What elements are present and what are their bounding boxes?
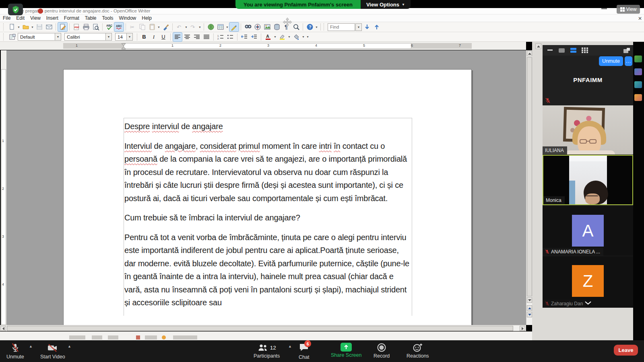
menu-file[interactable]: File [0, 14, 13, 22]
save-button[interactable] [35, 23, 44, 31]
font-name-select[interactable]: Calibri▼ [64, 33, 112, 41]
page-preview-button[interactable] [91, 23, 100, 31]
previous-page-button[interactable] [527, 305, 532, 311]
redo-dropdown-icon[interactable]: ▼ [198, 23, 202, 31]
redo-button[interactable]: ↷ [188, 23, 198, 31]
autospellcheck-button[interactable]: ABC [114, 23, 124, 31]
print-button[interactable] [81, 23, 91, 31]
desktop-icon[interactable] [634, 94, 642, 101]
record-button[interactable]: Record [374, 343, 390, 359]
data-sources-button[interactable] [272, 23, 281, 31]
minimize-icon[interactable] [601, 8, 607, 9]
undo-dropdown-icon[interactable]: ▼ [184, 23, 188, 31]
navigator-button[interactable] [253, 23, 262, 31]
paste-dropdown-icon[interactable]: ▼ [157, 23, 161, 31]
increase-indent-button[interactable] [250, 33, 258, 41]
view-button[interactable]: View [617, 5, 640, 14]
italic-button[interactable]: I [149, 33, 158, 41]
justify-button[interactable] [202, 33, 211, 41]
scroll-left-button[interactable] [0, 326, 6, 331]
paragraph-style-select[interactable]: Default▼ [18, 33, 61, 41]
copy-button[interactable] [138, 23, 147, 31]
table-dropdown-icon[interactable]: ▼ [225, 23, 229, 31]
menu-window[interactable]: Window [116, 14, 139, 22]
participant-video-tile-active[interactable]: Monica [543, 155, 633, 205]
video-options-chevron[interactable]: ▲ [68, 344, 71, 348]
menu-format[interactable]: Format [61, 14, 82, 22]
draw-functions-button[interactable] [229, 23, 239, 31]
share-screen-button[interactable]: Share Screen [331, 343, 361, 358]
font-color-dropdown-icon[interactable]: ▼ [273, 33, 277, 41]
bold-button[interactable]: B [140, 33, 149, 41]
formatting-overflow-icon[interactable]: ▼ [306, 33, 310, 41]
menu-tools[interactable]: Tools [99, 14, 116, 22]
desktop-icon[interactable] [634, 68, 642, 75]
email-button[interactable] [44, 23, 54, 31]
table-button[interactable] [216, 23, 225, 31]
mic-options-chevron[interactable]: ▲ [29, 344, 33, 348]
align-left-button[interactable] [173, 33, 182, 41]
scroll-down-button[interactable] [527, 297, 532, 303]
view-options-button[interactable]: View Options▼ [361, 0, 411, 9]
find-replace-button[interactable] [243, 23, 252, 31]
horizontal-scrollbar[interactable] [0, 325, 526, 331]
document-close-icon[interactable]: ✕ [637, 16, 643, 21]
next-page-button[interactable] [527, 312, 532, 317]
strip-view-icon[interactable] [570, 47, 576, 53]
numbered-list-button[interactable]: 1.2. [216, 33, 225, 41]
spellcheck-button[interactable]: ABC [105, 23, 114, 31]
desktop-icon[interactable] [634, 56, 642, 62]
highlighting-button[interactable] [278, 33, 287, 41]
menu-table[interactable]: Table [82, 14, 99, 22]
horizontal-ruler[interactable]: 11234567 [0, 42, 526, 50]
background-color-dropdown-icon[interactable]: ▼ [301, 33, 305, 41]
panel-minimize-icon[interactable] [547, 47, 553, 53]
indent-marker-icon[interactable] [121, 43, 126, 49]
participants-options-chevron[interactable]: ▲ [288, 344, 292, 348]
edit-file-button[interactable] [58, 23, 67, 31]
help-button[interactable]: ? [305, 23, 314, 31]
scrollbar-up-arrow[interactable] [535, 43, 541, 49]
styles-panel-button[interactable] [8, 33, 17, 41]
hyperlink-button[interactable] [206, 23, 215, 31]
open-button[interactable] [21, 23, 30, 31]
find-next-button[interactable] [362, 23, 372, 31]
underline-button[interactable]: U [159, 33, 168, 41]
menu-help[interactable]: Help [139, 14, 155, 22]
participant-video-tile[interactable]: IULIANA [543, 105, 633, 154]
leave-button[interactable]: Leave [614, 345, 638, 356]
new-document-dropdown-icon[interactable]: ▼ [17, 23, 21, 31]
chat-button[interactable]: 6 Chat [299, 343, 309, 360]
participants-button[interactable]: 12 Participants [254, 343, 280, 359]
menu-insert[interactable]: Insert [43, 14, 61, 22]
find-previous-button[interactable] [372, 23, 381, 31]
export-pdf-button[interactable]: PDF [72, 23, 81, 31]
font-color-button[interactable]: A [264, 33, 272, 41]
speaker-view-icon[interactable] [558, 47, 565, 53]
vertical-scroll-thumb[interactable] [527, 57, 532, 296]
cut-button[interactable]: ✂ [128, 23, 137, 31]
more-participants-chevron[interactable] [583, 299, 593, 306]
find-history-dropdown[interactable]: ▼ [355, 23, 362, 31]
format-paintbrush-button[interactable] [161, 23, 170, 31]
unmute-button[interactable]: Unmute [6, 343, 24, 360]
text-frame[interactable]: Despre interviul de angajareInterviul de… [124, 118, 412, 316]
menu-view[interactable]: View [27, 14, 43, 22]
align-right-button[interactable] [192, 33, 201, 41]
gallery-view-icon[interactable] [582, 47, 588, 53]
panel-more-button[interactable]: ... [625, 56, 632, 66]
menu-edit[interactable]: Edit [13, 14, 27, 22]
start-video-button[interactable]: Start Video [40, 343, 65, 360]
undo-button[interactable]: ↶ [175, 23, 184, 31]
document-page[interactable]: Despre interviul de angajareInterviul de… [63, 69, 472, 325]
scroll-up-button[interactable] [527, 51, 532, 56]
bullet-list-button[interactable] [226, 33, 235, 41]
toolbar-overflow-icon[interactable]: ▼ [315, 23, 318, 31]
open-dropdown-icon[interactable]: ▼ [31, 23, 34, 31]
decrease-indent-button[interactable] [240, 33, 249, 41]
reactions-button[interactable]: Reactions [407, 343, 429, 359]
paste-button[interactable] [147, 23, 157, 31]
align-center-button[interactable] [183, 33, 192, 41]
find-input[interactable] [328, 23, 355, 31]
scroll-right-button[interactable] [520, 326, 525, 331]
